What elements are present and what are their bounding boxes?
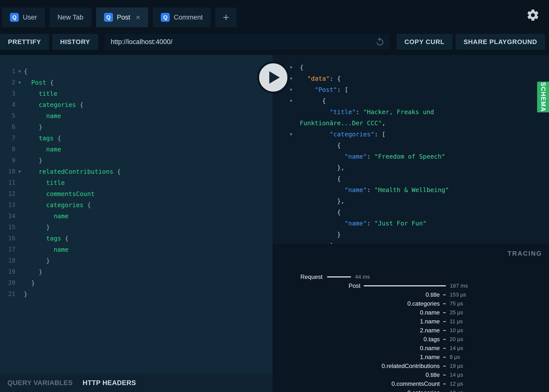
trace-row: 0.name25 µs <box>273 308 549 317</box>
tab-user[interactable]: QUser <box>2 7 45 27</box>
token: commentsCount <box>46 190 95 197</box>
fold-arrow-icon[interactable]: ▾ <box>15 66 24 77</box>
trace-duration-value: 44 ms <box>355 274 370 280</box>
code-text: { <box>300 95 326 106</box>
line-number: 17 <box>0 244 15 255</box>
fold-gutter <box>15 188 24 199</box>
fold-gutter <box>15 255 24 266</box>
tab-comment[interactable]: QComment <box>153 7 211 27</box>
trace-row: 0.title14 µs <box>273 370 549 379</box>
token: { <box>46 79 54 86</box>
share-playground-button[interactable]: SHARE PLAYGROUND <box>456 34 545 50</box>
token: } <box>24 123 42 131</box>
token <box>300 86 315 93</box>
line-number: 14 <box>0 211 15 222</box>
trace-duration-value: 14 µs <box>450 345 463 351</box>
token: } <box>24 279 35 287</box>
prettify-button[interactable]: PRETTIFY <box>0 34 49 50</box>
trace-field-label: 0.name <box>273 309 440 316</box>
tab-post[interactable]: QPost× <box>96 7 148 27</box>
fold-arrow-icon[interactable]: ▾ <box>15 77 24 88</box>
reload-icon[interactable] <box>375 37 385 47</box>
trace-field-label: 0.categories <box>273 389 440 392</box>
token <box>300 220 345 227</box>
code-text: } <box>24 155 42 166</box>
add-tab-button[interactable]: + <box>215 7 237 27</box>
graphql-playground-window: QUserNew TabQPost×QComment + PRETTIFY HI… <box>0 0 549 392</box>
response-line: } <box>289 229 549 240</box>
fold-gutter <box>15 88 24 99</box>
editor-line: 20 } <box>0 277 273 289</box>
fold-arrow-icon[interactable]: ▾ <box>15 166 24 177</box>
fold-gutter <box>15 110 24 122</box>
token <box>24 146 46 153</box>
token <box>24 246 54 253</box>
token: : [ <box>337 86 348 93</box>
token: name <box>54 213 68 220</box>
trace-duration-value: 25 µs <box>450 309 463 316</box>
fold-gutter <box>15 266 24 277</box>
endpoint-url-input[interactable] <box>105 34 390 50</box>
query-editor-panel[interactable]: 1▾{2▾ Post {3 title4 categories {5 name6… <box>0 55 273 374</box>
editor-line: 5 name <box>0 110 273 122</box>
code-text: } <box>24 255 50 266</box>
code-text: title <box>24 88 57 99</box>
token: } <box>24 257 50 264</box>
trace-field-label: 1.name <box>273 318 440 325</box>
trace-field-label: 0.relatedContributions <box>273 363 440 369</box>
code-text: "Post": [ <box>300 84 348 95</box>
fold-gutter <box>289 140 300 151</box>
fold-gutter <box>15 177 24 188</box>
settings-gear-icon[interactable] <box>526 8 540 22</box>
trace-duration-value: 8 µs <box>450 354 460 360</box>
line-number: 4 <box>0 99 15 110</box>
token: : <box>367 153 374 160</box>
copy-curl-button[interactable]: COPY CURL <box>397 34 453 50</box>
http-headers-tab[interactable]: HTTP HEADERS <box>83 379 136 387</box>
token: "categories" <box>329 131 374 138</box>
query-badge-icon: Q <box>10 13 19 22</box>
schema-tab[interactable]: SCHEMA <box>537 82 549 112</box>
token <box>300 131 329 138</box>
token: : { <box>329 75 341 82</box>
code-text: } <box>24 277 35 289</box>
fold-arrow-icon[interactable]: ▾ <box>289 84 300 95</box>
query-variables-tab[interactable]: QUERY VARIABLES <box>7 379 73 387</box>
fold-arrow-icon[interactable]: ▾ <box>289 95 300 106</box>
code-text: categories { <box>24 199 91 211</box>
token: , <box>382 120 385 127</box>
response-line: ▾ "Post": [ <box>289 84 549 95</box>
line-number: 18 <box>0 255 15 266</box>
token: categories <box>46 201 83 209</box>
fold-gutter <box>289 151 300 162</box>
trace-duration-value: 167 ms <box>450 283 468 289</box>
editor-line: 9 } <box>0 155 273 166</box>
fold-arrow-icon[interactable]: ▾ <box>289 62 300 73</box>
close-tab-icon[interactable]: × <box>136 13 140 21</box>
tab-new-tab[interactable]: New Tab <box>50 7 91 27</box>
trace-duration-dash <box>443 348 446 349</box>
tab-label: Comment <box>174 14 203 21</box>
response-line: "title": "Hacker, Freaks und <box>289 106 549 118</box>
trace-row: 0.commentsCount12 µs <box>273 379 549 388</box>
token: { <box>83 201 91 209</box>
token: } <box>300 231 341 238</box>
tracing-title: TRACING <box>508 250 542 257</box>
token: "title" <box>329 108 356 116</box>
editor-line: 8 name <box>0 144 273 155</box>
token <box>300 153 345 160</box>
execute-query-button[interactable] <box>257 61 289 94</box>
trace-duration-dash <box>443 339 446 340</box>
history-button[interactable]: HISTORY <box>52 34 98 50</box>
code-text: name <box>24 211 69 222</box>
line-number: 10 <box>0 166 15 177</box>
code-text: } <box>24 289 27 300</box>
fold-arrow-icon[interactable]: ▾ <box>289 129 300 140</box>
editor-line: 18 } <box>0 255 273 266</box>
token: "name" <box>345 153 367 160</box>
tab-label: New Tab <box>57 14 83 21</box>
token: { <box>61 235 69 242</box>
editor-line: 21} <box>0 289 273 300</box>
fold-arrow-icon[interactable]: ▾ <box>289 73 300 84</box>
query-editor-lines: 1▾{2▾ Post {3 title4 categories {5 name6… <box>0 66 273 300</box>
